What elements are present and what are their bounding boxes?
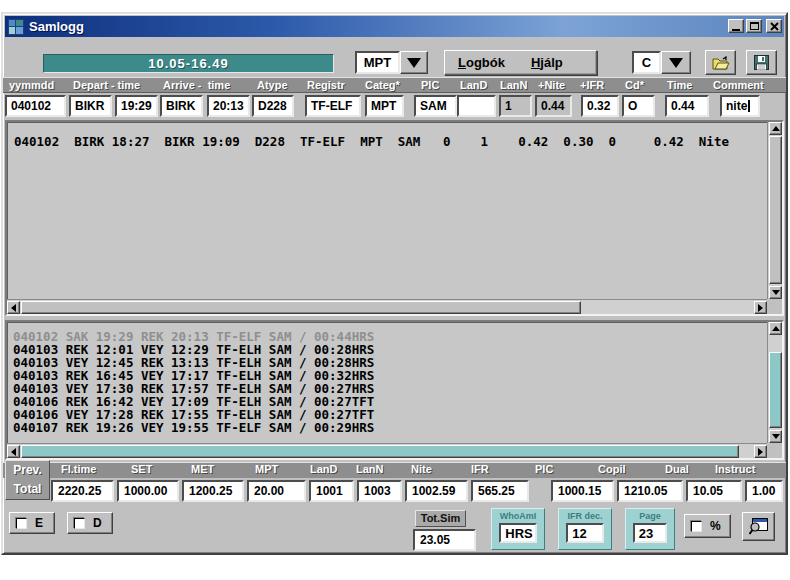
entry-comment-field[interactable]: nite: [720, 95, 760, 117]
total-col-dual: Dual: [665, 463, 689, 475]
total-pic-value[interactable]: 1000.15: [551, 480, 614, 502]
scroll-down-button[interactable]: [769, 430, 782, 443]
total-col-copil: Copil: [598, 463, 626, 475]
scrollbar-corner: [767, 299, 782, 314]
menu-logbok[interactable]: Logbók: [458, 55, 505, 70]
total-lann-value[interactable]: 1003: [357, 480, 402, 502]
scroll-thumb[interactable]: [769, 136, 782, 284]
checkbox-icon: [691, 521, 702, 532]
total-fltime-value[interactable]: 2220.25: [51, 480, 114, 502]
total-land-value[interactable]: 1001: [309, 480, 354, 502]
entry-arrive-time-field[interactable]: 20:13: [207, 95, 250, 117]
tot-sim-value[interactable]: 23.05: [413, 529, 476, 551]
app-icon: [8, 19, 24, 35]
entry-pic-field[interactable]: SAM: [414, 95, 457, 117]
col-nite: +Nite: [538, 79, 565, 91]
entry-cd-field[interactable]: O: [622, 95, 655, 117]
preview-button[interactable]: [742, 512, 775, 541]
scroll-thumb[interactable]: [769, 352, 782, 428]
chevron-down-icon: [669, 58, 683, 68]
list-item[interactable]: 040102 BIRK 18:27 BIKR 19:09 D228 TF-ELF…: [14, 134, 729, 149]
current-month-list: 040102 BIRK 18:27 BIKR 19:09 D228 TF-ELF…: [5, 120, 784, 316]
entry-yymmdd-field[interactable]: 040102: [5, 95, 66, 117]
entry-registr-field[interactable]: TF-ELF: [305, 95, 361, 117]
scroll-down-button[interactable]: [769, 286, 782, 299]
samlogg-window: Samlogg 10.05-16.49 MPT Logbók Hjálp C: [1, 12, 788, 555]
total-nite-value[interactable]: 1002.59: [405, 480, 468, 502]
ifr-dec-value[interactable]: 12: [566, 523, 603, 543]
arrow-down-icon: [772, 290, 780, 295]
aircraft-type-combo-value[interactable]: MPT: [355, 51, 400, 74]
d-toggle-label: D: [93, 516, 102, 530]
entry-lann-field[interactable]: 1: [499, 95, 532, 117]
total-copil-value[interactable]: 1210.05: [617, 480, 683, 502]
arrow-up-icon: [772, 126, 780, 131]
page-value[interactable]: 23: [633, 523, 668, 543]
total-col-instruct: Instruct: [715, 463, 755, 475]
scroll-up-button[interactable]: [769, 122, 782, 135]
minimize-button[interactable]: [728, 19, 744, 33]
scroll-up-button[interactable]: [769, 322, 782, 335]
preview-magnifier-icon: [749, 518, 768, 535]
col-yymmdd: yymmdd: [9, 79, 54, 91]
entry-time-field[interactable]: 0.44: [665, 95, 709, 117]
upper-list-vscrollbar[interactable]: [767, 122, 782, 299]
scroll-right-button[interactable]: [754, 301, 767, 314]
tot-sim-label: Tot.Sim: [415, 510, 466, 527]
prev-label: Prev.: [6, 461, 49, 480]
scroll-left-button[interactable]: [7, 301, 20, 314]
total-col-mpt: MPT: [255, 463, 278, 475]
total-col-set: SET: [131, 463, 152, 475]
col-land: LanD: [460, 79, 488, 91]
window-title: Samlogg: [29, 19, 84, 34]
maximize-button[interactable]: [746, 19, 762, 33]
entry-depart-time-field[interactable]: 19:29: [115, 95, 158, 117]
e-toggle-button[interactable]: E: [9, 512, 55, 534]
col-cd: Cd*: [625, 79, 644, 91]
checkbox-icon: [16, 518, 27, 529]
percent-toggle-button[interactable]: %: [684, 514, 731, 538]
col-categ: Categ*: [365, 79, 400, 91]
entry-ifr-field[interactable]: 0.32: [581, 95, 619, 117]
d-toggle-button[interactable]: D: [67, 512, 113, 534]
c-combo-button[interactable]: [661, 51, 691, 74]
entry-nite-field[interactable]: 0.44: [535, 95, 572, 117]
entry-arrive-field[interactable]: BIRK: [160, 95, 203, 117]
entry-depart-field[interactable]: BIKR: [69, 95, 112, 117]
scroll-thumb[interactable]: [21, 445, 739, 458]
scroll-right-button[interactable]: [754, 445, 767, 458]
save-floppy-icon: [754, 55, 769, 70]
text-cursor: [748, 100, 750, 112]
total-mpt-value[interactable]: 20.00: [247, 480, 306, 502]
arrow-right-icon: [758, 448, 763, 456]
scroll-thumb[interactable]: [21, 301, 581, 314]
list-item[interactable]: 040107 REK 19:26 VEY 19:55 TF-ELF SAM / …: [13, 420, 374, 435]
page-label: Page: [626, 511, 674, 521]
save-button[interactable]: [746, 50, 777, 75]
upper-list-hscrollbar[interactable]: [7, 299, 767, 314]
c-combo-value[interactable]: C: [632, 51, 661, 74]
total-dual-value[interactable]: 10.05: [686, 480, 742, 502]
open-file-button[interactable]: [705, 50, 736, 75]
ifr-dec-label: IFR dec.: [559, 511, 611, 521]
aircraft-type-combo-button[interactable]: [400, 51, 428, 74]
entry-atype-field[interactable]: D228: [252, 95, 294, 117]
minimize-icon: [732, 29, 740, 31]
close-button[interactable]: [766, 19, 782, 33]
total-set-value[interactable]: 1000.00: [117, 480, 179, 502]
ifr-dec-group: IFR dec. 12: [558, 508, 612, 550]
total-ifr-value[interactable]: 565.25: [471, 480, 529, 502]
entry-categ-field[interactable]: MPT: [365, 95, 404, 117]
total-instruct-value[interactable]: 1.00: [745, 480, 783, 502]
prev-total-label: Prev. Total: [5, 460, 50, 500]
scroll-left-button[interactable]: [7, 445, 20, 458]
checkbox-icon: [74, 518, 85, 529]
total-met-value[interactable]: 1200.25: [182, 480, 244, 502]
entry-land-field[interactable]: [457, 95, 496, 117]
col-ifr: +IFR: [580, 79, 604, 91]
history-vscrollbar[interactable]: [767, 322, 782, 443]
whoami-value[interactable]: HRS: [499, 523, 536, 543]
history-hscrollbar[interactable]: [7, 443, 767, 458]
arrow-down-icon: [772, 434, 780, 439]
menu-hjalp[interactable]: Hjálp: [531, 55, 563, 70]
